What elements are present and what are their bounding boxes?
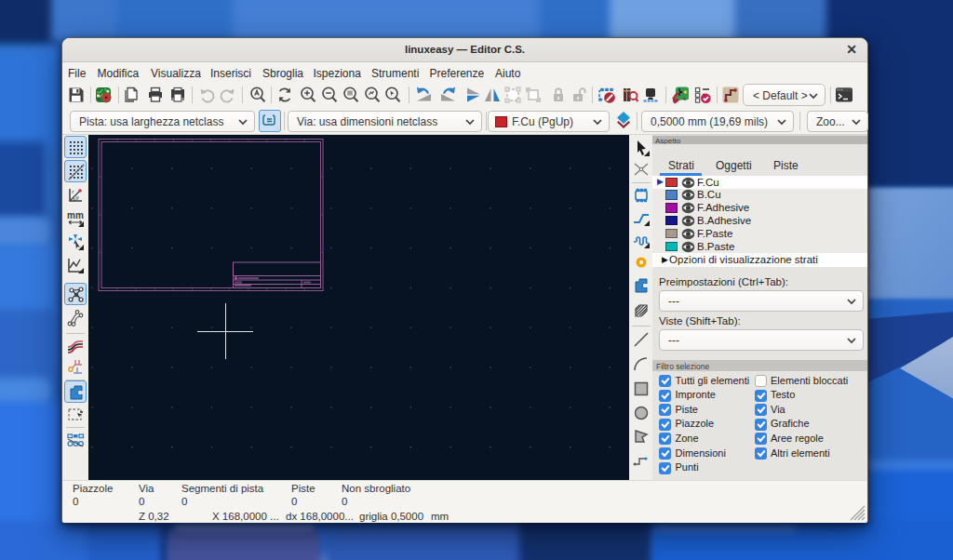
svg-text:r: r — [72, 188, 74, 195]
svg-text:mm: mm — [67, 210, 84, 220]
svg-text:θ: θ — [75, 194, 79, 202]
